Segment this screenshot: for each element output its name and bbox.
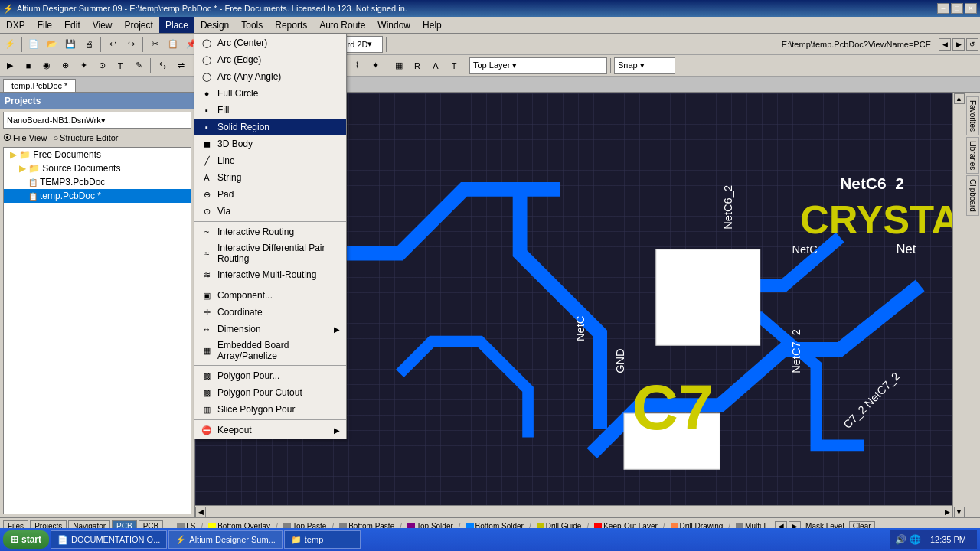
dimension-icon: ↔ bbox=[201, 323, 213, 335]
tb-dxp-icon[interactable]: ⚡ bbox=[2, 36, 18, 53]
menu-pad[interactable]: ⊕ Pad bbox=[194, 186, 346, 203]
menu-slice-polygon[interactable]: ▥ Slice Polygon Pour bbox=[194, 401, 346, 418]
tb2-meas[interactable]: R bbox=[409, 57, 426, 74]
scroll-left-btn[interactable]: ◀ bbox=[195, 507, 206, 517]
tb2-6[interactable]: ⊙ bbox=[93, 57, 110, 74]
taskbar-doc[interactable]: 📄 DOCUMENTATION O... bbox=[51, 530, 167, 549]
tb2-route4[interactable]: ✦ bbox=[367, 57, 384, 74]
tree-source-docs[interactable]: ▶ 📁 Source Documents bbox=[4, 161, 191, 175]
menu-tools[interactable]: Tools bbox=[235, 17, 269, 33]
menu-diff-pair-routing[interactable]: ≈ Interactive Differential Pair Routing bbox=[194, 240, 346, 266]
scrollbar-vertical[interactable]: ▲ ▼ bbox=[952, 93, 965, 517]
main-tab[interactable]: temp.PcbDoc * bbox=[3, 79, 76, 92]
sidebar-clipboard[interactable]: Clipboard bbox=[966, 175, 979, 216]
sidebar-favorites[interactable]: Favorites bbox=[966, 96, 979, 135]
tb2-grid[interactable]: ▦ bbox=[390, 57, 407, 74]
menu-via[interactable]: ⊙ Via bbox=[194, 203, 346, 220]
tb2-10[interactable]: ⇌ bbox=[172, 57, 189, 74]
tb2-8[interactable]: ✎ bbox=[130, 57, 147, 74]
tb2-2[interactable]: ■ bbox=[20, 57, 37, 74]
menu-multi-routing[interactable]: ≋ Interactive Multi-Routing bbox=[194, 266, 346, 283]
tree-root[interactable]: ▶ 📁 Free Documents bbox=[4, 148, 191, 161]
tb-print[interactable]: 🖨 bbox=[80, 36, 97, 53]
menu-polygon-cutout[interactable]: ▩ Polygon Pour Cutout bbox=[194, 384, 346, 401]
menu-file[interactable]: File bbox=[31, 17, 58, 33]
tb2-t2[interactable]: T bbox=[446, 57, 462, 74]
nav-back[interactable]: ◀ bbox=[939, 38, 951, 51]
tree-temp-pcbdoc[interactable]: 📋 temp.PcbDoc * bbox=[4, 189, 191, 203]
scroll-down-btn[interactable]: ▼ bbox=[954, 507, 965, 517]
tb-new[interactable]: 📄 bbox=[25, 36, 42, 53]
tb-undo[interactable]: ↩ bbox=[104, 36, 121, 53]
menu-interactive-routing[interactable]: ~ Interactive Routing bbox=[194, 223, 346, 240]
menu-dimension[interactable]: ↔ Dimension ▶ bbox=[194, 321, 346, 337]
close-button[interactable]: ✕ bbox=[965, 3, 977, 14]
snap-dropdown[interactable]: Snap ▾ bbox=[614, 57, 675, 74]
layer-dropdown[interactable]: Top Layer ▾ bbox=[469, 57, 607, 74]
menu-coordinate[interactable]: ✛ Coordinate bbox=[194, 304, 346, 321]
nav-forward[interactable]: ▶ bbox=[952, 38, 965, 51]
dimension-arrow: ▶ bbox=[334, 325, 340, 334]
tb-redo[interactable]: ↪ bbox=[122, 36, 139, 53]
sidebar-libraries[interactable]: Libraries bbox=[966, 137, 979, 174]
scrollbar-horizontal[interactable]: ◀ ▶ bbox=[195, 505, 952, 517]
tb2-route3[interactable]: ⌇ bbox=[348, 57, 365, 74]
menu-window[interactable]: Window bbox=[371, 17, 416, 33]
minimize-button[interactable]: – bbox=[937, 3, 949, 14]
project-dropdown[interactable]: NanoBoard-NB1.DsnWrk ▾ bbox=[3, 112, 191, 129]
tb2-5[interactable]: ✦ bbox=[75, 57, 92, 74]
menu-string[interactable]: A String bbox=[194, 169, 346, 186]
menu-arc-center[interactable]: ◯ Arc (Center) bbox=[194, 34, 346, 51]
nav-refresh[interactable]: ↺ bbox=[966, 38, 978, 51]
menu-edit[interactable]: Edit bbox=[58, 17, 87, 33]
tb2-9[interactable]: ⇆ bbox=[154, 57, 171, 74]
svg-text:CRYSTAL: CRYSTAL bbox=[800, 197, 965, 242]
menu-full-circle[interactable]: ● Full Circle bbox=[194, 85, 346, 102]
menu-autoroute[interactable]: Auto Route bbox=[313, 17, 371, 33]
menu-arc-edge[interactable]: ◯ Arc (Edge) bbox=[194, 51, 346, 68]
menu-place[interactable]: Place bbox=[159, 17, 194, 33]
menu-design[interactable]: Design bbox=[194, 17, 235, 33]
taskbar-altium[interactable]: ⚡ Altium Designer Sum... bbox=[168, 530, 282, 549]
scroll-up-btn[interactable]: ▲ bbox=[954, 93, 965, 104]
polygon-pour-icon: ▩ bbox=[201, 370, 213, 382]
tb2-7[interactable]: T bbox=[112, 57, 129, 74]
menu-project[interactable]: Project bbox=[119, 17, 159, 33]
tb2-4[interactable]: ⊕ bbox=[57, 57, 74, 74]
menu-reports[interactable]: Reports bbox=[269, 17, 313, 33]
file-path: E:\temp\temp.PcbDoc?ViewName=PCE bbox=[779, 40, 934, 49]
scroll-right-btn[interactable]: ▶ bbox=[942, 507, 952, 517]
tb-open[interactable]: 📂 bbox=[44, 36, 60, 53]
pcbdoc-icon2: 📋 bbox=[28, 192, 38, 201]
menu-arc-any[interactable]: ◯ Arc (Any Angle) bbox=[194, 68, 346, 85]
menu-dxp[interactable]: DXP bbox=[0, 17, 31, 33]
taskbar-temp[interactable]: 📁 temp bbox=[284, 530, 361, 549]
menu-view[interactable]: View bbox=[87, 17, 119, 33]
menu-help[interactable]: Help bbox=[416, 17, 448, 33]
start-button[interactable]: ⊞ start bbox=[3, 530, 49, 549]
menu-polygon-pour[interactable]: ▩ Polygon Pour... bbox=[194, 367, 346, 384]
tb2-3[interactable]: ◉ bbox=[38, 57, 55, 74]
tb-copy[interactable]: 📋 bbox=[165, 36, 181, 53]
tb2-1[interactable]: ▶ bbox=[2, 57, 18, 74]
maximize-button[interactable]: □ bbox=[951, 3, 963, 14]
title-bar-controls: – □ ✕ bbox=[937, 3, 977, 14]
structure-editor-radio[interactable]: ○ Structure Editor bbox=[53, 133, 118, 142]
menu-embedded-board[interactable]: ▦ Embedded Board Array/Panelize bbox=[194, 337, 346, 364]
menu-keepout[interactable]: ⛔ Keepout ▶ bbox=[194, 422, 346, 439]
tb2-ant[interactable]: A bbox=[427, 57, 444, 74]
menu-fill[interactable]: ▪ Fill bbox=[194, 102, 346, 119]
tree-temp3-pcbdoc[interactable]: 📋 TEMP3.PcbDoc bbox=[4, 175, 191, 189]
diff-pair-icon: ≈ bbox=[201, 247, 213, 259]
svg-text:C7_2 NetC7_2: C7_2 NetC7_2 bbox=[841, 370, 902, 431]
menu-line[interactable]: ╱ Line bbox=[194, 152, 346, 169]
tb-sep1 bbox=[21, 37, 22, 52]
doc-icon: 📄 bbox=[57, 535, 68, 545]
menu-component[interactable]: ▣ Component... bbox=[194, 287, 346, 304]
menu-3d-body[interactable]: ◼ 3D Body bbox=[194, 135, 346, 152]
file-view-radio[interactable]: ⦿ File View bbox=[3, 133, 47, 142]
tb-cut[interactable]: ✂ bbox=[146, 36, 163, 53]
menu-solid-region[interactable]: ▪ Solid Region bbox=[194, 119, 346, 135]
tb-save[interactable]: 💾 bbox=[62, 36, 79, 53]
svg-text:C7: C7 bbox=[632, 371, 714, 443]
